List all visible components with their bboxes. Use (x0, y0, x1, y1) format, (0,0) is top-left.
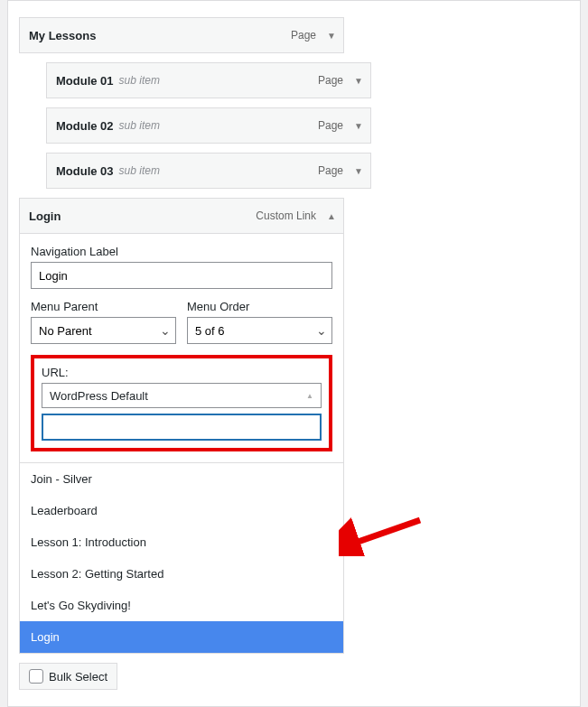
menu-item-type: Page (318, 119, 343, 132)
caret-up-icon[interactable]: ▲ (327, 211, 336, 221)
menu-item-module-03[interactable]: Module 03 sub item Page ▼ (46, 153, 371, 189)
url-search-input[interactable] (42, 414, 322, 441)
url-combo-value: WordPress Default (50, 389, 148, 403)
menu-item-title: My Lessons (29, 29, 96, 42)
url-option-join-silver[interactable]: Join - Silver (20, 463, 343, 495)
url-option-leaderboard[interactable]: Leaderboard (20, 495, 343, 526)
nav-label-input[interactable] (31, 262, 332, 289)
caret-down-icon[interactable]: ▼ (354, 121, 363, 131)
menu-items-list: My Lessons Page ▼ Module 01 sub item Pag… (19, 10, 569, 697)
url-option-login[interactable]: Login (20, 621, 343, 653)
url-label: URL: (42, 366, 322, 379)
url-dropdown-list: Join - Silver Leaderboard Lesson 1: Intr… (19, 463, 344, 654)
bulk-select-label: Bulk Select (49, 670, 107, 684)
menu-parent-select[interactable] (31, 317, 176, 344)
url-option-lesson-1[interactable]: Lesson 1: Introduction (20, 526, 343, 558)
menu-item-type: Custom Link (256, 209, 316, 222)
menu-editor-panel: My Lessons Page ▼ Module 01 sub item Pag… (7, 0, 581, 707)
url-field-highlight: URL: WordPress Default ▲ (31, 355, 332, 451)
menu-item-module-01[interactable]: Module 01 sub item Page ▼ (46, 62, 371, 98)
menu-parent-label: Menu Parent (31, 300, 176, 313)
caret-down-icon[interactable]: ▼ (354, 166, 363, 176)
menu-item-my-lessons[interactable]: My Lessons Page ▼ (19, 17, 344, 53)
bulk-select-toggle[interactable]: Bulk Select (19, 663, 117, 690)
menu-item-title: Module 03 (56, 164, 114, 178)
caret-down-icon[interactable]: ▼ (327, 31, 336, 41)
menu-item-type: Page (318, 164, 343, 177)
url-option-skydiving[interactable]: Let's Go Skydiving! (20, 590, 343, 621)
menu-item-login[interactable]: Login Custom Link ▲ (19, 198, 344, 234)
url-option-lesson-2[interactable]: Lesson 2: Getting Started (20, 558, 343, 590)
menu-order-label: Menu Order (187, 300, 332, 313)
menu-order-select[interactable] (187, 317, 332, 344)
menu-item-title: Module 01 (56, 74, 114, 88)
menu-item-module-02[interactable]: Module 02 sub item Page ▼ (46, 107, 371, 144)
nav-label-label: Navigation Label (31, 245, 332, 258)
url-combo-display[interactable]: WordPress Default ▲ (42, 383, 322, 408)
menu-item-title: Module 02 (56, 119, 114, 133)
menu-item-subtitle: sub item (119, 74, 160, 87)
caret-down-icon[interactable]: ▼ (354, 76, 363, 86)
menu-item-type: Page (318, 74, 343, 87)
menu-item-edit-panel: Navigation Label Menu Parent ⌄ Menu Orde… (19, 234, 344, 463)
menu-item-subtitle: sub item (119, 164, 160, 177)
triangle-up-icon: ▲ (306, 392, 313, 400)
menu-item-title: Login (29, 209, 61, 223)
menu-item-type: Page (291, 29, 316, 42)
menu-item-subtitle: sub item (119, 119, 160, 132)
bulk-select-checkbox[interactable] (29, 669, 43, 684)
